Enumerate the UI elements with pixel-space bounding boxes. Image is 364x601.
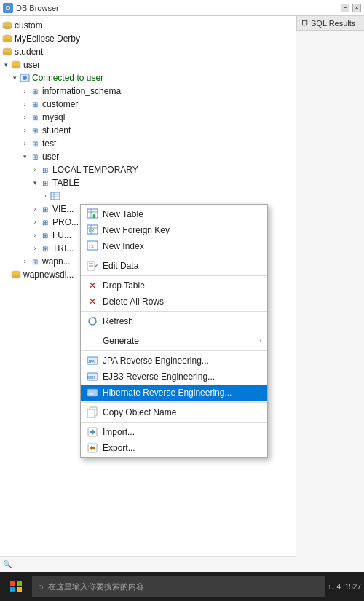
minimize-button[interactable]: −: [341, 4, 349, 12]
menu-item-copy-object-name[interactable]: Copy Object Name: [81, 404, 267, 420]
close-button[interactable]: ×: [352, 4, 361, 12]
menu-item-edit-data[interactable]: Edit Data: [81, 258, 267, 274]
tree-item-student-nested[interactable]: › ⊞ student: [0, 124, 296, 137]
menu-label-import: Import...: [103, 427, 261, 437]
menu-sep-4: [81, 331, 267, 331]
menu-item-export[interactable]: Export...: [81, 440, 267, 456]
new-foreign-key-icon: FK: [87, 224, 98, 236]
export-icon: [87, 442, 98, 454]
start-button[interactable]: [3, 573, 29, 600]
main-container: custom MyEclipse Derby: [0, 16, 364, 572]
search-bar[interactable]: ○ 在这里输入你要搜索的内容: [32, 576, 325, 597]
drop-table-icon: ✕: [87, 280, 98, 291]
svg-rect-53: [87, 409, 95, 418]
menu-sep-5: [81, 350, 267, 351]
menu-label-refresh: Refresh: [103, 316, 261, 326]
svg-text:JPA: JPA: [88, 359, 95, 364]
toggle-info-schema[interactable]: ›: [20, 87, 29, 95]
menu-item-hibernate-reverse[interactable]: HBR Hibernate Reverse Engineering...: [81, 385, 267, 401]
menu-item-new-index[interactable]: IX New Index: [81, 238, 267, 254]
toggle-func[interactable]: ›: [31, 231, 39, 240]
menu-item-import[interactable]: Import...: [81, 424, 267, 440]
right-panel: ⊟ SQL Results: [296, 16, 364, 572]
tree-item-info-schema[interactable]: › ⊞ information_schema: [0, 85, 296, 98]
tree-label-customer: customer: [42, 99, 78, 109]
menu-sep-2: [81, 275, 267, 276]
svg-text:FK: FK: [89, 229, 95, 233]
menu-sep-3: [81, 311, 267, 312]
tree-label-test: test: [42, 138, 56, 149]
table-icon-local-temp: ⊞: [39, 164, 51, 176]
db-toolbar: 🔍: [0, 556, 296, 572]
toggle-test[interactable]: ›: [20, 139, 29, 148]
tree-item-student-top[interactable]: student: [0, 45, 296, 58]
menu-item-delete-all-rows[interactable]: ✕ Delete All Rows: [81, 294, 267, 310]
toggle-view[interactable]: ›: [31, 205, 39, 213]
svg-text:HBR: HBR: [87, 392, 94, 396]
tree-item-connected[interactable]: ▾ Connected to user: [0, 71, 296, 85]
menu-item-new-foreign-key[interactable]: FK New Foreign Key: [81, 222, 267, 238]
tree-item-mysql[interactable]: › ⊞ mysql: [0, 111, 296, 124]
toggle-proc[interactable]: ›: [31, 218, 39, 227]
import-icon: [87, 426, 98, 438]
tree-item-user-top[interactable]: ▾ user: [0, 58, 296, 71]
menu-item-ejb3-reverse[interactable]: EJB3 EJB3 Reverse Engineering...: [81, 369, 267, 385]
title-bar-label: DB Browser: [16, 4, 341, 12]
tree-item-customer[interactable]: › ⊞ customer: [0, 98, 296, 111]
toggle-user-top[interactable]: ▾: [1, 60, 10, 69]
toggle-table-folder[interactable]: ▾: [31, 178, 39, 187]
toggle-trig[interactable]: ›: [31, 244, 39, 253]
tree-item-myeclipse-derby[interactable]: MyEclipse Derby: [0, 32, 296, 45]
menu-label-delete-all-rows: Delete All Rows: [103, 296, 261, 307]
title-bar: D DB Browser − ×: [0, 0, 364, 16]
toggle-student-nested[interactable]: ›: [20, 126, 29, 135]
tree-label-proc: PRO...: [52, 217, 79, 227]
db-icon-user: [10, 59, 22, 71]
submenu-arrow: ›: [259, 337, 261, 345]
tree-label-wapnewsdl: wapnewsdl...: [23, 270, 74, 280]
tree-item-local-temp[interactable]: › ⊞ LOCAL TEMPORARY: [0, 163, 296, 176]
tree-label-user-db: user: [42, 152, 59, 162]
svg-rect-59: [17, 581, 22, 586]
tree-label-table-folder: TABLE: [52, 178, 79, 188]
tree-item-table-folder[interactable]: ▾ ⊞ TABLE: [0, 176, 296, 189]
menu-label-new-foreign-key: New Foreign Key: [103, 225, 261, 235]
title-bar-controls: − ×: [341, 4, 361, 12]
toggle-mysql[interactable]: ›: [20, 113, 29, 122]
menu-item-new-table[interactable]: New Table: [81, 206, 267, 222]
menu-item-drop-table[interactable]: ✕ Drop Table: [81, 278, 267, 294]
tree-item-custom[interactable]: custom: [0, 19, 296, 32]
table-icon-func: ⊞: [39, 229, 51, 241]
svg-point-12: [3, 52, 12, 55]
tree-item-user-db[interactable]: ▾ ⊞ user: [0, 150, 296, 163]
menu-label-hibernate-reverse: Hibernate Reverse Engineering...: [103, 388, 261, 398]
table-icon-table-folder: ⊞: [39, 177, 51, 189]
tree-label-connected: Connected to user: [32, 73, 103, 83]
context-menu: New Table FK New Foreign Key: [80, 204, 268, 458]
tree-item-test[interactable]: › ⊞ test: [0, 137, 296, 150]
menu-item-generate[interactable]: Generate ›: [81, 333, 267, 349]
table-row-icon: [50, 190, 61, 202]
toggle-connected[interactable]: ▾: [10, 74, 19, 82]
svg-rect-61: [17, 587, 22, 592]
menu-item-refresh[interactable]: Refresh: [81, 313, 267, 329]
table-icon-test: ⊞: [29, 138, 41, 149]
db-toolbar-icon: 🔍: [3, 560, 12, 568]
menu-sep-6: [81, 402, 267, 403]
toggle-user-db[interactable]: ▾: [20, 152, 29, 161]
menu-label-drop-table: Drop Table: [103, 280, 261, 291]
db-browser-panel: custom MyEclipse Derby: [0, 16, 296, 572]
refresh-icon: [87, 315, 98, 327]
search-placeholder: 在这里输入你要搜索的内容: [48, 581, 144, 592]
toggle-table-1[interactable]: ›: [41, 192, 50, 200]
toggle-customer[interactable]: ›: [20, 100, 29, 109]
svg-point-21: [23, 76, 27, 80]
svg-text:EJB3: EJB3: [87, 376, 95, 380]
toggle-wapn[interactable]: ›: [20, 257, 29, 266]
toggle-local-temp[interactable]: ›: [31, 165, 39, 174]
tree-item-table-1[interactable]: ›: [0, 189, 296, 203]
menu-item-jpa-reverse[interactable]: JPA JPA Reverse Engineering...: [81, 353, 267, 369]
sql-results-tab[interactable]: ⊟ SQL Results: [296, 16, 364, 31]
db-icon-custom: [1, 20, 13, 31]
db-browser-icon: D: [3, 3, 13, 13]
